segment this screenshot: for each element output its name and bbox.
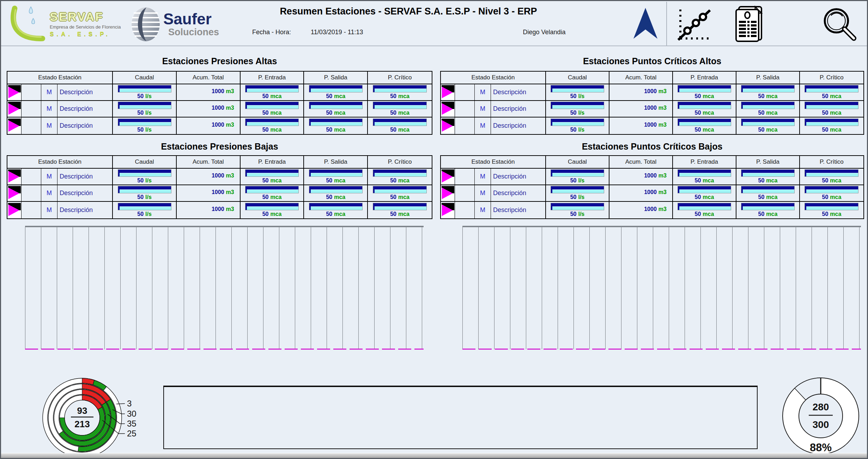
estado-estacion-cell: MDescripción (7, 101, 113, 117)
acum-total-cell: 1000m3 (177, 84, 241, 100)
manual-mode-button[interactable]: M (41, 84, 57, 100)
station-status-flag-icon[interactable] (7, 117, 22, 134)
manual-mode-button[interactable]: M (41, 202, 57, 218)
status-blank-cell (455, 84, 475, 100)
p-salida-bar (309, 85, 363, 92)
station-description-link[interactable]: Descripción (491, 84, 545, 100)
column-header: Estado Estación (7, 72, 113, 84)
manual-mode-button[interactable]: M (475, 101, 491, 117)
p-critico-value: 50mca (822, 110, 842, 116)
station-description-link[interactable]: Descripción (491, 202, 545, 218)
station-description-link[interactable]: Descripción (57, 169, 112, 185)
p-critico-value: 50mca (822, 177, 842, 184)
station-flag-graphic (8, 203, 21, 218)
p-salida-cell: 50mca (304, 185, 368, 201)
p-critico-bar (373, 119, 427, 126)
station-status-flag-icon[interactable] (7, 101, 22, 117)
p-entrada-bar (678, 119, 731, 126)
station-description-link[interactable]: Descripción (491, 117, 545, 134)
p-critico-cell: 50mca (800, 169, 863, 185)
station-description-link[interactable]: Descripción (491, 101, 545, 117)
p-salida-value: 50mca (758, 93, 778, 99)
p-critico-bar (805, 102, 858, 109)
station-row: MDescripción50l/s1000m350mca50mca50mca (7, 84, 432, 101)
p-salida-cell: 50mca (304, 202, 368, 218)
manual-mode-button[interactable]: M (475, 185, 491, 201)
manual-mode-button[interactable]: M (475, 84, 491, 100)
trend-chart-area-right (462, 226, 861, 349)
column-header: P. Entrada (241, 156, 304, 168)
report-icon[interactable] (732, 5, 767, 43)
p-salida-value: 50mca (758, 194, 778, 200)
station-flag-graphic (8, 101, 21, 117)
p-critico-cell: 50mca (368, 117, 432, 134)
station-row: MDescripción50l/s1000m350mca50mca50mca (7, 185, 432, 202)
caudal-cell: 50l/s (546, 117, 609, 134)
station-flag-graphic (442, 186, 454, 201)
column-header: Caudal (113, 72, 177, 84)
station-status-flag-icon[interactable] (441, 169, 455, 185)
manual-mode-button[interactable]: M (475, 202, 491, 218)
station-description-link[interactable]: Descripción (491, 185, 545, 201)
table-presiones-altas: Estado EstaciónCaudalAcum. TotalP. Entra… (7, 71, 432, 135)
station-status-flag-icon[interactable] (441, 185, 455, 201)
p-entrada-cell: 50mca (673, 169, 736, 185)
caudal-bar (118, 102, 171, 109)
station-status-flag-icon[interactable] (7, 202, 22, 218)
acum-total-cell: 1000m3 (609, 169, 673, 185)
station-description-link[interactable]: Descripción (57, 202, 112, 218)
caudal-cell: 50l/s (546, 202, 609, 218)
p-entrada-value: 50mca (262, 194, 282, 200)
nav-arrow-icon[interactable] (633, 7, 658, 40)
p-entrada-cell: 50mca (241, 185, 304, 201)
p-critico-cell: 50mca (368, 84, 432, 100)
p-entrada-cell: 50mca (673, 202, 736, 218)
station-flag-graphic (8, 186, 21, 201)
estado-estacion-cell: MDescripción (7, 202, 113, 218)
trend-chart-icon[interactable] (675, 8, 715, 41)
caudal-value: 50l/s (570, 177, 585, 184)
station-status-flag-icon[interactable] (7, 84, 22, 100)
manual-mode-button[interactable]: M (41, 185, 57, 201)
caudal-cell: 50l/s (546, 101, 609, 117)
p-critico-cell: 50mca (800, 202, 863, 218)
ring-gauge-value: 93 (77, 405, 87, 416)
section-title-presiones-altas: Estaciones Presiones Altas (7, 56, 432, 66)
p-entrada-value: 50mca (262, 127, 282, 133)
search-icon[interactable] (819, 5, 858, 43)
station-flag-graphic (8, 85, 21, 100)
station-flag-graphic (442, 85, 454, 100)
column-header: P. Entrada (673, 72, 736, 84)
p-salida-bar (309, 203, 363, 210)
station-description-link[interactable]: Descripción (57, 185, 112, 201)
station-description-link[interactable]: Descripción (57, 84, 112, 100)
station-status-flag-icon[interactable] (7, 169, 22, 185)
p-salida-value: 50mca (326, 177, 345, 184)
manual-mode-button[interactable]: M (41, 101, 57, 117)
station-description-link[interactable]: Descripción (57, 117, 112, 134)
p-salida-cell: 50mca (304, 84, 368, 100)
p-critico-value: 50mca (822, 93, 842, 99)
manual-mode-button[interactable]: M (475, 117, 491, 134)
estado-estacion-cell: MDescripción (7, 169, 113, 185)
p-critico-value: 50mca (390, 127, 409, 133)
station-status-flag-icon[interactable] (7, 185, 22, 201)
p-critico-cell: 50mca (800, 117, 863, 134)
station-status-flag-icon[interactable] (441, 117, 455, 134)
manual-mode-button[interactable]: M (475, 169, 491, 185)
manual-mode-button[interactable]: M (41, 117, 57, 134)
status-blank-cell (455, 117, 475, 134)
station-description-link[interactable]: Descripción (57, 101, 112, 117)
saufer-logo-tagline: Soluciones (168, 27, 219, 38)
status-blank-cell (22, 117, 41, 134)
station-description-link[interactable]: Descripción (491, 169, 545, 185)
station-status-flag-icon[interactable] (441, 101, 455, 117)
caudal-bar (551, 85, 604, 92)
p-critico-value: 50mca (390, 93, 409, 99)
donut-total: 300 (813, 419, 829, 430)
station-status-flag-icon[interactable] (441, 84, 455, 100)
servaf-logo-swoosh-icon (9, 5, 48, 42)
station-row: MDescripción50l/s1000m350mca50mca50mca (7, 169, 432, 185)
manual-mode-button[interactable]: M (41, 169, 57, 185)
station-status-flag-icon[interactable] (441, 202, 455, 218)
